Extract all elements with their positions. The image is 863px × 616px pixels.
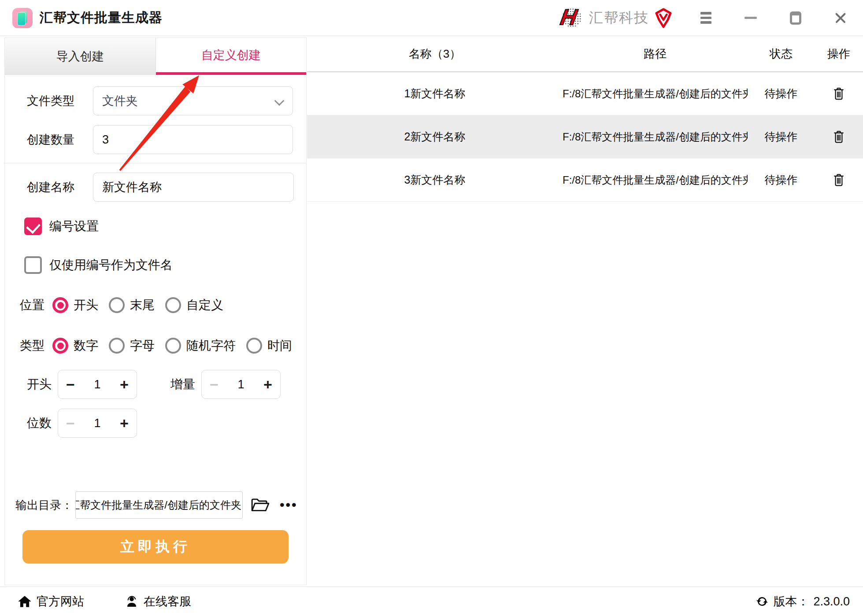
row-status: 待操作 [748, 173, 815, 187]
radio-label: 随机字符 [186, 337, 236, 354]
count-input[interactable]: 3 [93, 125, 293, 154]
radio-label: 开头 [74, 297, 98, 314]
titlebar: 汇帮文件批量生成器 汇帮科技 [0, 0, 863, 36]
type-option-random[interactable]: 随机字符 [165, 337, 236, 354]
numbering-checkbox-row[interactable]: 编号设置 [24, 218, 306, 235]
name-input[interactable]: 新文件名称 [93, 173, 294, 202]
radio-checked-icon [52, 297, 68, 313]
minimize-icon [744, 17, 757, 19]
trash-icon [832, 173, 845, 187]
radio-unchecked-icon [165, 297, 181, 313]
only-number-checkbox-label: 仅使用编号作为文件名 [49, 257, 173, 273]
radio-unchecked-icon [246, 338, 262, 354]
execute-button[interactable]: 立即执行 [22, 530, 289, 564]
start-increment-row: 开头 − 1 + 增量 − 1 + [27, 370, 306, 399]
increment-button[interactable]: + [112, 376, 137, 393]
output-dir-value: 汇帮文件批量生成器/创建后的文件夹 [75, 498, 241, 512]
customer-service-icon [125, 594, 139, 609]
increment-value: 1 [226, 378, 256, 391]
file-type-value: 文件夹 [102, 93, 138, 109]
type-option-time[interactable]: 时间 [246, 337, 292, 354]
name-value: 新文件名称 [102, 179, 162, 195]
delete-row-button[interactable] [815, 130, 863, 144]
col-action: 操作 [815, 46, 863, 62]
app-window: 汇帮文件批量生成器 汇帮科技 [0, 0, 863, 616]
checkbox-unchecked-icon[interactable] [24, 256, 42, 274]
app-icon [12, 8, 33, 28]
delete-row-button[interactable] [815, 173, 863, 187]
row-name: 1新文件名称 [307, 86, 563, 101]
hamburger-icon [700, 12, 711, 24]
position-label: 位置 [20, 297, 44, 314]
table-row: 3新文件名称 F:/8汇帮文件批量生成器/创建后的文件夹/ 待操作 [307, 159, 863, 202]
position-option-custom[interactable]: 自定义 [165, 297, 223, 314]
col-path: 路径 [563, 46, 748, 62]
vip-badge-icon[interactable] [654, 8, 673, 28]
digits-row: 位数 − 1 + [27, 409, 306, 438]
official-website-label: 官方网站 [37, 594, 84, 609]
type-option-number[interactable]: 数字 [52, 337, 98, 354]
increment-stepper: − 1 + [201, 370, 281, 399]
folder-open-icon [251, 497, 269, 513]
position-option-start[interactable]: 开头 [52, 297, 98, 314]
col-name: 名称（3） [307, 46, 563, 62]
radio-label: 末尾 [130, 297, 155, 314]
online-support-link[interactable]: 在线客服 [125, 594, 191, 609]
digits-stepper: − 1 + [58, 409, 137, 438]
home-icon [18, 595, 32, 608]
official-website-link[interactable]: 官方网站 [18, 594, 84, 609]
position-radio-row: 位置 开头 末尾 自定义 [20, 297, 306, 314]
close-button[interactable] [834, 10, 847, 26]
increment-label: 增量 [170, 376, 201, 393]
increment-button[interactable]: + [112, 415, 137, 432]
decrement-button[interactable]: − [58, 415, 83, 432]
menu-button[interactable] [699, 10, 712, 26]
results-area: 名称（3） 路径 状态 操作 1新文件名称 F:/8汇帮文件批量生成器/创建后的… [307, 36, 863, 202]
decrement-button[interactable]: − [202, 376, 226, 393]
brand-area: 汇帮科技 [559, 5, 673, 31]
count-row: 创建数量 3 [27, 125, 293, 154]
app-icon-doc-front [18, 13, 25, 25]
version-info[interactable]: 版本：2.3.0.0 [756, 594, 850, 609]
table-header: 名称（3） 路径 状态 操作 [307, 36, 863, 72]
table-row: 2新文件名称 F:/8汇帮文件批量生成器/创建后的文件夹/ 待操作 [307, 115, 863, 159]
version-value: 2.3.0.0 [813, 595, 850, 609]
more-options-button[interactable]: ••• [280, 498, 298, 512]
window-controls [699, 10, 847, 26]
checkbox-checked-icon[interactable] [24, 218, 42, 235]
col-status: 状态 [748, 46, 815, 62]
section-divider [5, 163, 306, 163]
minimize-button[interactable] [744, 10, 757, 26]
digits-label: 位数 [27, 415, 58, 432]
refresh-icon [756, 595, 769, 608]
output-dir-input[interactable]: 汇帮文件批量生成器/创建后的文件夹 [75, 491, 243, 519]
chevron-down-icon [274, 96, 285, 106]
count-label: 创建数量 [27, 132, 93, 148]
decrement-button[interactable]: − [58, 376, 83, 393]
delete-row-button[interactable] [815, 87, 863, 101]
radio-label: 自定义 [186, 297, 223, 314]
table-row: 1新文件名称 F:/8汇帮文件批量生成器/创建后的文件夹/ 待操作 [307, 72, 863, 115]
file-type-label: 文件类型 [27, 93, 93, 109]
radio-label: 字母 [130, 337, 155, 354]
trash-icon [832, 87, 845, 101]
position-option-end[interactable]: 末尾 [109, 297, 155, 314]
radio-checked-icon [52, 338, 68, 354]
tab-import-create[interactable]: 导入创建 [5, 38, 156, 75]
type-option-letter[interactable]: 字母 [109, 337, 155, 354]
only-number-checkbox-row[interactable]: 仅使用编号作为文件名 [24, 256, 306, 274]
browse-folder-button[interactable] [251, 497, 269, 513]
increment-button[interactable]: + [256, 376, 280, 393]
maximize-button[interactable] [789, 10, 802, 26]
file-type-select[interactable]: 文件夹 [93, 86, 293, 115]
row-status: 待操作 [748, 129, 815, 144]
file-type-row: 文件类型 文件夹 [27, 86, 293, 115]
numbering-checkbox-label: 编号设置 [49, 218, 99, 235]
radio-label: 数字 [74, 337, 98, 354]
statusbar: 官方网站 在线客服 版本：2.3.0.0 [0, 586, 863, 616]
tab-custom-create[interactable]: 自定义创建 [156, 38, 307, 75]
tab-bar: 导入创建 自定义创建 [5, 38, 306, 75]
main-area: 导入创建 自定义创建 文件类型 文件夹 创建数量 3 创建名称 [0, 36, 863, 586]
type-label: 类型 [20, 337, 44, 354]
start-label: 开头 [27, 376, 58, 393]
